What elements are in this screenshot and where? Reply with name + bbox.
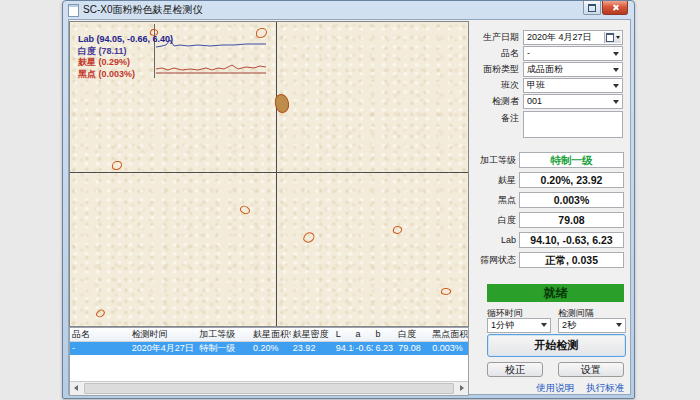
remarks-label: 备注: [477, 111, 523, 138]
row-cell-3: 0.20%: [251, 342, 291, 355]
col-header-5[interactable]: L: [334, 328, 354, 341]
processing-grade-value: 特制一级: [519, 152, 624, 168]
dropdown-arrow-icon[interactable]: [613, 84, 619, 88]
lab-value: 94.10, -0.63, 6.23: [519, 232, 624, 248]
row-cell-8: 79.08: [396, 342, 430, 355]
detected-speck-5: [302, 230, 316, 245]
col-header-9[interactable]: 黑点面积%: [430, 328, 468, 341]
col-header-2[interactable]: 加工等级: [197, 328, 251, 341]
bran-speck-value: 0.20%, 23.92: [519, 172, 624, 188]
app-window: SC-X0面粉粉色麸星检测仪 Lab (94.05, -0.66, 6.40)白…: [62, 0, 635, 399]
remarks-row: 备注: [477, 111, 623, 138]
app-icon: [68, 4, 79, 17]
col-header-6[interactable]: a: [354, 328, 374, 341]
scroll-left-arrow[interactable]: [70, 382, 83, 395]
flour-type-label: 面粉类型: [477, 62, 523, 77]
dropdown-arrow-icon: [616, 36, 620, 39]
product-name-field[interactable]: -: [523, 46, 623, 61]
horizontal-scrollbar[interactable]: [70, 381, 468, 395]
inspector-field[interactable]: 001: [523, 94, 623, 109]
table-row[interactable]: -2020年4月27日 11:10特制一级0.20%23.9294.10-0.6…: [70, 342, 468, 355]
dropdown-arrow-icon[interactable]: [613, 52, 619, 56]
row-cell-9: 0.003%: [430, 342, 468, 355]
detect-interval-value: 2秒: [562, 319, 614, 332]
scroll-right-arrow[interactable]: [455, 382, 468, 395]
col-header-1[interactable]: 检测时间: [130, 328, 198, 341]
product-name-label: 品名: [477, 46, 523, 61]
calendar-icon: [606, 33, 614, 42]
scroll-thumb[interactable]: [84, 383, 454, 394]
close-button[interactable]: [602, 1, 628, 15]
detected-speck-6: [392, 225, 403, 235]
production-date-row: 生产日期2020年 4月27日: [477, 30, 623, 45]
settings-button[interactable]: 设置: [558, 362, 624, 377]
help-links: 使用说明 执行标准: [477, 382, 624, 395]
row-cell-2: 特制一级: [197, 342, 251, 355]
col-header-4[interactable]: 麸星密度: [291, 328, 334, 341]
bran-speck-label: 麸星: [477, 172, 519, 188]
title-bar[interactable]: SC-X0面粉粉色麸星检测仪: [63, 1, 634, 19]
col-header-7[interactable]: b: [373, 328, 396, 341]
overlay-line-2: 麸星 (0.29%): [78, 57, 173, 69]
overlay-line-1: 白度 (78.11): [78, 46, 173, 58]
product-name-value: -: [527, 47, 610, 60]
close-icon: [612, 4, 619, 11]
flour-type-field[interactable]: 成品面粉: [523, 62, 623, 77]
remarks-input[interactable]: [523, 111, 623, 138]
link-usage-instructions[interactable]: 使用说明: [536, 382, 574, 393]
inspector-label: 检测者: [477, 94, 523, 109]
row-cell-5: 94.10: [334, 342, 354, 355]
date-picker-button[interactable]: [604, 32, 621, 43]
link-execution-standard[interactable]: 执行标准: [586, 382, 624, 393]
col-header-3[interactable]: 麸星面积%: [251, 328, 291, 341]
flour-type-value: 成品面粉: [527, 63, 610, 76]
cycle-time-select[interactable]: 1分钟: [487, 318, 551, 333]
row-cell-6: -0.63: [354, 342, 374, 355]
camera-image-view: Lab (94.05, -0.66, 6.40)白度 (78.11)麸星 (0.…: [69, 21, 469, 327]
overlay-line-0: Lab (94.05, -0.66, 6.40): [78, 34, 173, 46]
start-detection-button[interactable]: 开始检测: [487, 334, 626, 357]
overlay-line-3: 黑点 (0.003%): [78, 69, 173, 81]
processing-grade-row: 加工等级特制一级: [477, 152, 624, 168]
col-header-0[interactable]: 品名: [70, 328, 130, 341]
row-cell-0: -: [70, 342, 130, 355]
results-panel: 加工等级特制一级麸星0.20%, 23.92黑点0.003%白度79.08Lab…: [477, 152, 624, 272]
whiteness-value: 79.08: [519, 212, 624, 228]
row-cell-1: 2020年4月27日 11:10: [130, 342, 198, 355]
detected-speck-3: [112, 161, 122, 170]
production-date-field[interactable]: 2020年 4月27日: [523, 30, 623, 45]
detected-speck-7: [440, 287, 451, 296]
inspector-value: 001: [527, 95, 610, 108]
product-name-row: 品名-: [477, 46, 623, 61]
row-cell-7: 6.23: [373, 342, 396, 355]
shift-value: 甲班: [527, 79, 610, 92]
crosshair-vertical-line: [276, 22, 277, 326]
dropdown-arrow-icon[interactable]: [613, 100, 619, 104]
bran-speck-row: 麸星0.20%, 23.92: [477, 172, 624, 188]
detected-speck-8: [95, 308, 106, 319]
calibrate-button[interactable]: 校正: [487, 362, 543, 377]
dropdown-arrow-icon[interactable]: [541, 323, 547, 327]
dropdown-arrow-icon[interactable]: [613, 68, 619, 72]
detected-speck-4: [239, 204, 252, 217]
col-header-8[interactable]: 白度: [396, 328, 430, 341]
black-spot-label: 黑点: [477, 192, 519, 208]
desktop: SC-X0面粉粉色麸星检测仪 Lab (94.05, -0.66, 6.40)白…: [0, 0, 700, 400]
table-header-row: 品名检测时间加工等级麸星面积%麸星密度Lab白度黑点面积%: [70, 328, 468, 342]
dropdown-arrow-icon[interactable]: [616, 323, 622, 327]
black-spot-row: 黑点0.003%: [477, 192, 624, 208]
black-spot-value: 0.003%: [519, 192, 624, 208]
table-empty-area: [70, 355, 468, 381]
maximize-button[interactable]: [583, 1, 601, 15]
shift-field[interactable]: 甲班: [523, 78, 623, 93]
history-table: 品名检测时间加工等级麸星面积%麸星密度Lab白度黑点面积% -2020年4月27…: [69, 327, 469, 396]
window-title: SC-X0面粉粉色麸星检测仪: [83, 3, 202, 17]
production-date-label: 生产日期: [477, 30, 523, 45]
row-cell-4: 23.92: [291, 342, 334, 355]
sample-info-form: 生产日期2020年 4月27日品名-面粉类型成品面粉班次甲班检测者001备注: [477, 30, 623, 139]
cycle-time-value: 1分钟: [491, 319, 539, 332]
detect-interval-select[interactable]: 2秒: [558, 318, 626, 333]
window-content: Lab (94.05, -0.66, 6.40)白度 (78.11)麸星 (0.…: [68, 19, 631, 395]
inspector-row: 检测者001: [477, 94, 623, 109]
measurement-overlay: Lab (94.05, -0.66, 6.40)白度 (78.11)麸星 (0.…: [78, 34, 173, 80]
